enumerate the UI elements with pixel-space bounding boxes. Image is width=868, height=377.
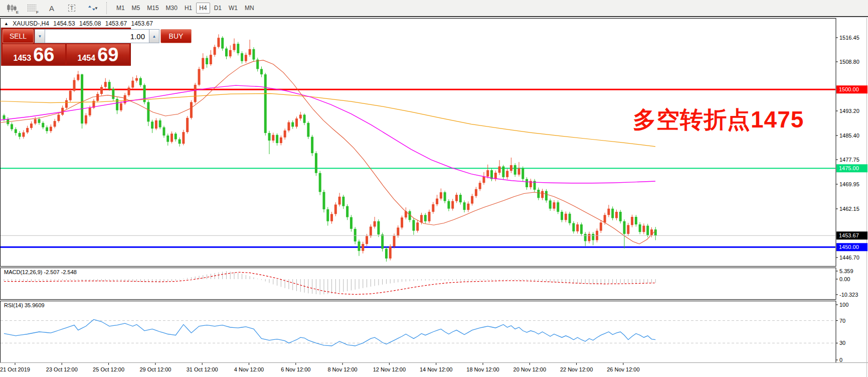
date-axis-label: 26 Nov 12:00 <box>607 366 639 372</box>
candle <box>502 165 504 179</box>
candle <box>549 199 552 211</box>
candle <box>225 47 228 59</box>
candle <box>541 189 544 200</box>
candle <box>190 100 193 119</box>
candle <box>46 125 48 134</box>
candle <box>65 98 68 109</box>
price-axis-label: 1469.95 <box>839 181 859 187</box>
candle <box>26 125 29 134</box>
macd-axis-label: 0.00 <box>839 276 850 282</box>
rsi-panel-border <box>1 301 836 363</box>
chart-window[interactable]: 1500.001475.001450.001453.671516.451508.… <box>0 18 868 377</box>
svg-text:1453.67: 1453.67 <box>839 232 859 238</box>
candle <box>268 131 271 154</box>
candle <box>322 190 325 212</box>
date-axis-label: 29 Oct 12:00 <box>139 366 171 372</box>
date-axis-label: 21 Oct 2019 <box>0 366 30 372</box>
candle <box>397 225 399 237</box>
ask-price-display[interactable]: 1454 69 <box>67 44 129 64</box>
candle <box>175 132 177 142</box>
candle <box>260 66 263 77</box>
grid-icon[interactable]: F <box>25 3 38 14</box>
candle <box>580 222 583 236</box>
candle <box>221 36 224 51</box>
candle <box>338 193 341 206</box>
timeframe-button-m30[interactable]: M30 <box>163 3 181 14</box>
ma-slow-orange <box>0 93 655 147</box>
high-value: 1455.08 <box>79 20 101 27</box>
timeframe-button-h1[interactable]: H1 <box>182 3 195 14</box>
timeframe-button-w1[interactable]: W1 <box>226 3 241 14</box>
rsi-indicator-label: RSI(14) 35.9609 <box>4 302 45 308</box>
chart-canvas[interactable]: 1500.001475.001450.001453.671516.451508.… <box>0 18 868 377</box>
font-icon[interactable]: A <box>45 3 58 14</box>
candle <box>241 51 243 63</box>
candle <box>11 122 13 132</box>
macd-signal-line <box>4 272 655 294</box>
candle <box>654 227 657 240</box>
timeframe-button-h4[interactable]: H4 <box>196 3 210 14</box>
candle <box>249 40 251 57</box>
candle <box>307 121 309 139</box>
candle <box>104 78 107 89</box>
macd-indicator-label: MACD(12,26,9) -2.507 -2.548 <box>4 269 77 275</box>
rsi-panel: 10070300 <box>1 302 848 363</box>
timeframe-button-m15[interactable]: M15 <box>144 3 161 14</box>
candle <box>112 87 114 101</box>
candle <box>494 171 497 181</box>
candle <box>362 242 364 254</box>
date-axis-label: 31 Oct 12:00 <box>187 366 218 372</box>
candle <box>198 67 201 86</box>
date-axis[interactable]: 21 Oct 201923 Oct 12:0025 Oct 12:0029 Oc… <box>0 363 640 372</box>
candle <box>217 34 220 48</box>
candle <box>526 177 528 190</box>
buy-button[interactable]: BUY <box>160 29 192 43</box>
candle <box>287 120 290 133</box>
sell-button[interactable]: SELL <box>3 29 34 43</box>
candle <box>623 219 626 248</box>
candle <box>73 77 76 92</box>
arrange-icon[interactable] <box>85 3 98 14</box>
volume-input[interactable] <box>45 29 149 43</box>
candle <box>264 73 267 136</box>
volume-decrease-button[interactable]: ▼ <box>35 29 45 43</box>
timeframe-button-m1[interactable]: M1 <box>113 3 128 14</box>
candle <box>506 169 508 179</box>
candle <box>256 58 259 72</box>
candle <box>210 50 212 66</box>
candle <box>303 113 306 125</box>
charts-icon[interactable]: E <box>5 3 18 14</box>
candle <box>432 202 434 213</box>
candle <box>50 124 52 133</box>
timeframe-buttons: M1M5M15M30H1H4D1W1MN <box>113 3 257 14</box>
volume-increase-button[interactable]: ▲ <box>149 29 159 43</box>
candle <box>486 165 489 179</box>
candle <box>530 179 532 189</box>
candle <box>326 207 329 226</box>
candle <box>162 125 165 138</box>
bid-price-big: 66 <box>33 47 54 63</box>
candle <box>572 221 575 233</box>
price-axis-label: 1446.70 <box>839 255 859 261</box>
candle <box>206 56 208 68</box>
timeframe-button-m5[interactable]: M5 <box>129 3 143 14</box>
candle <box>276 134 278 146</box>
toolbar-icons: EFAT <box>0 3 98 14</box>
candle <box>30 121 33 130</box>
candle <box>607 205 610 217</box>
candle <box>358 239 360 256</box>
collapse-panel-icon[interactable]: ▲ <box>4 21 9 26</box>
text-label-icon[interactable]: T <box>65 3 78 14</box>
candle <box>311 135 313 156</box>
candle <box>447 199 450 211</box>
rsi-axis-label: 0 <box>839 357 842 363</box>
candle <box>330 212 333 224</box>
date-axis-label: 12 Nov 12:00 <box>373 366 406 372</box>
candle <box>635 215 637 226</box>
candle <box>436 195 438 206</box>
candle <box>131 77 134 89</box>
candle <box>252 47 255 62</box>
bid-price-display[interactable]: 1453 66 <box>3 44 65 64</box>
timeframe-button-mn[interactable]: MN <box>242 3 257 14</box>
timeframe-button-d1[interactable]: D1 <box>211 3 225 14</box>
